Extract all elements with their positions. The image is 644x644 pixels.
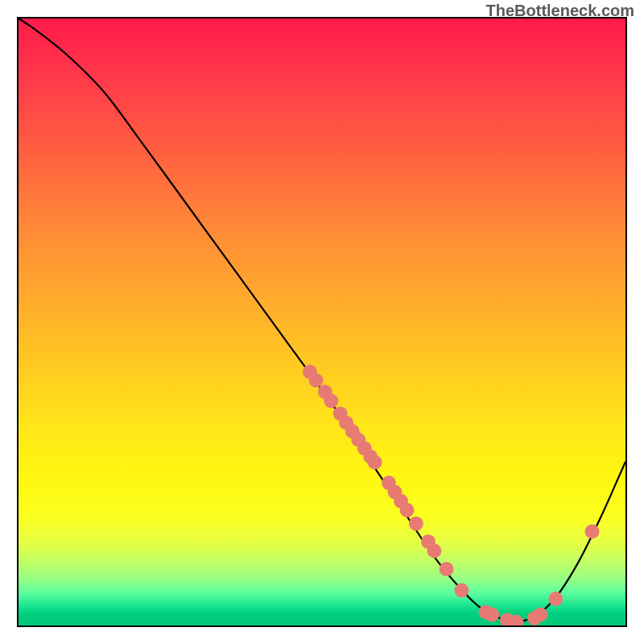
scatter-point [585,524,600,539]
scatter-point [440,562,454,576]
scatter-point [400,503,415,518]
bottleneck-curve-line [19,19,625,621]
scatter-point [324,394,338,408]
scatter-point [548,592,563,606]
scatter-points-group [303,365,600,625]
scatter-point [368,455,382,469]
chart-plot-area [17,17,627,627]
scatter-point [533,607,547,621]
watermark-text: TheBottleneck.com [486,2,634,20]
scatter-point [485,607,499,621]
scatter-point [427,543,442,558]
scatter-point [454,583,469,597]
chart-svg-overlay [19,19,625,625]
scatter-point [409,516,423,530]
scatter-point [309,373,324,387]
